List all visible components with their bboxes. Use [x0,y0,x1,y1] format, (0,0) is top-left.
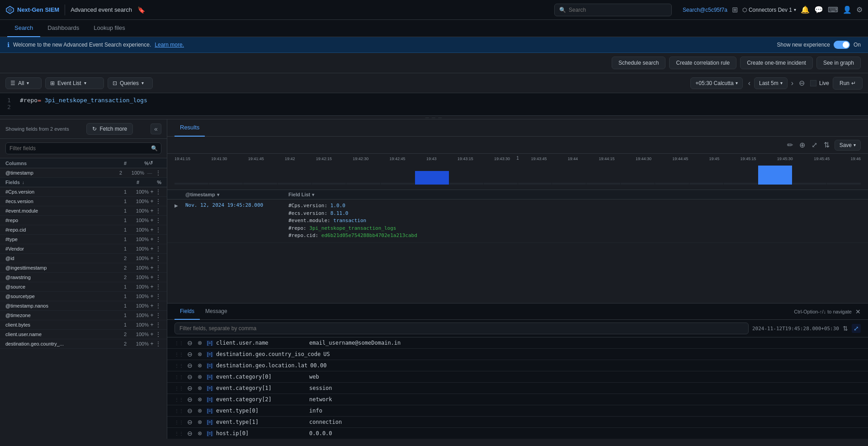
field-add-source[interactable]: + [149,284,155,290]
experience-toggle[interactable] [834,41,850,49]
drag-handle-icon[interactable]: ⋮⋮ [175,408,184,413]
queries-selector[interactable]: ⊡ Queries ▾ [108,77,153,89]
column-row-timestamp[interactable]: @timestamp 2 100% — ⋮ [0,168,167,178]
subnav-tab-dashboards[interactable]: Dashboards [40,20,86,37]
field-menu-id[interactable]: ⋮ [155,255,161,261]
timeline-bar-18[interactable] [793,183,826,185]
field-row-source[interactable]: @source 1 100% + ⋮ [0,282,167,292]
field-add-client-bytes[interactable]: + [149,322,155,328]
detail-expand-button[interactable]: ⤢ [852,324,861,333]
filter-fields-input[interactable] [5,142,161,154]
create-correlation-button[interactable]: Create correlation rule [669,57,736,69]
timeline-bar-8[interactable] [449,183,483,185]
schedule-search-button[interactable]: Schedule search [612,57,665,69]
bookmark-icon[interactable]: 🔖 [137,6,145,14]
field-add-type[interactable]: + [149,236,155,242]
subnav-tab-search[interactable]: Search [7,20,40,37]
filter-field-icon[interactable]: ⊗ [196,408,203,414]
field-row-timestamp-nanos[interactable]: @timestamp.nanos 1 100% + ⋮ [0,301,167,311]
field-row-ingesttimestamp[interactable]: @ingesttimestamp 2 100% + ⋮ [0,263,167,273]
event-row-0[interactable]: ▶ Nov. 12, 2024 19:45:28.000 #Cps.versio… [167,199,868,243]
live-checkbox[interactable] [810,80,816,86]
field-add-vendor[interactable]: + [149,246,155,252]
field-row-timezone[interactable]: @timezone 1 100% + ⋮ [0,311,167,320]
subnav-tab-lookup[interactable]: Lookup files [86,20,132,37]
all-selector[interactable]: ☰ All ▾ [5,77,42,89]
search-input[interactable] [569,7,667,13]
ev-expand-icon[interactable]: ▶ [175,202,182,208]
timeline-bar-3[interactable] [278,183,311,185]
timezone-selector[interactable]: +05:30 Calcutta ▾ [690,77,742,89]
code-editor[interactable]: 1 #repo= 3pi_netskope_transaction_logs 2 [0,93,868,116]
timeline-bar-1[interactable] [209,183,243,185]
field-add-client-user-name[interactable]: + [149,331,155,337]
field-row-dest-geo-country[interactable]: destination.geo.country_... 2 100% + ⋮ [0,339,167,349]
drag-handle-icon[interactable]: ⋮⋮ [175,386,184,391]
field-menu-timezone[interactable]: ⋮ [155,312,161,318]
field-row-vendor[interactable]: #Vendor 1 100% + ⋮ [0,244,167,254]
detail-sort-button[interactable]: ⇅ [843,325,848,332]
collapse-panel-button[interactable]: « [151,123,161,134]
field-row-repo[interactable]: #repo 1 100% + ⋮ [0,216,167,225]
timeline-bar-12[interactable] [586,183,620,185]
remove-field-icon[interactable]: ⊖ [186,407,193,414]
field-menu-event-module[interactable]: ⋮ [155,208,161,214]
timeline-bar-11[interactable] [552,183,586,185]
field-add-timestamp-nanos[interactable]: + [149,303,155,309]
field-menu-client-user-name[interactable]: ⋮ [155,331,161,337]
field-row-event-module[interactable]: #event.module 1 100% + ⋮ [0,206,167,216]
create-incident-button[interactable]: Create one-time incident [740,57,813,69]
timeline-bar-7[interactable] [415,171,449,185]
field-add-dest-geo-country[interactable]: + [149,341,155,347]
field-add-cps-version[interactable]: + [149,189,155,195]
results-tab-results[interactable]: Results [175,119,205,137]
zoom-out-button[interactable]: ⊖ [797,78,807,88]
field-row-rawstring[interactable]: @rawstring 2 100% + ⋮ [0,273,167,282]
learn-more-link[interactable]: Learn more. [155,42,184,48]
columns-reset-icon[interactable]: ↺ [149,160,161,166]
field-row-type[interactable]: #type 1 100% + ⋮ [0,235,167,244]
drag-handle-icon[interactable]: ⋮⋮ [175,352,184,357]
filter-field-icon[interactable]: ⊗ [196,340,203,346]
code-icon[interactable]: ⌨ [828,5,838,14]
field-add-timezone[interactable]: + [149,312,155,318]
field-menu-client-bytes[interactable]: ⋮ [155,322,161,328]
field-menu-dest-geo-country[interactable]: ⋮ [155,341,161,347]
timeline-bar-5[interactable] [346,183,380,185]
profile-icon[interactable]: 👤 [843,5,852,14]
filter-field-icon[interactable]: ⊗ [196,430,203,437]
field-row-client-bytes[interactable]: client.bytes 1 100% + ⋮ [0,320,167,330]
filter-field-icon[interactable]: ⊗ [196,362,203,369]
field-menu-timestamp-nanos[interactable]: ⋮ [155,303,161,309]
remove-field-icon[interactable]: ⊖ [186,373,193,380]
drag-handle-icon[interactable]: ⋮⋮ [175,397,184,402]
notifications-icon[interactable]: 🔔 [801,5,810,14]
field-menu-repo[interactable]: ⋮ [155,217,161,223]
timeline-bars[interactable] [167,162,868,185]
field-row-cps-version[interactable]: #Cps.version 1 100% + ⋮ [0,187,167,197]
field-row-client-user-name[interactable]: client.user.name 2 100% + ⋮ [0,330,167,339]
drag-handle-icon[interactable]: ⋮⋮ [175,431,184,436]
run-button[interactable]: Run ↵ [833,77,863,90]
see-graph-button[interactable]: See in graph [816,57,861,69]
filter-field-icon[interactable]: ⊗ [196,419,203,425]
field-row-id[interactable]: @id 2 100% + ⋮ [0,254,167,263]
time-back-button[interactable]: ‹ [746,78,752,88]
settings-icon[interactable]: ⚙ [856,5,863,14]
field-row-repo-cid[interactable]: #repo.cid 1 100% + ⋮ [0,225,167,235]
drag-handle-icon[interactable]: ⋮⋮ [175,341,184,346]
field-menu-source[interactable]: ⋮ [155,284,161,290]
event-list-selector[interactable]: ⊞ Event List ▾ [45,77,104,89]
timeline-bar-19[interactable] [827,183,861,185]
timeline-bar-2[interactable] [243,183,277,185]
detail-filter-input[interactable] [175,323,749,334]
global-search-bar[interactable]: 🔍 [554,4,672,16]
share-button[interactable]: ⊕ [798,139,807,151]
sort-button[interactable]: ⇅ [822,139,831,151]
ev-header-fields[interactable]: Field List ▾ [288,192,861,197]
drag-handle-icon[interactable]: ⋮⋮ [175,375,184,380]
field-menu-rawstring[interactable]: ⋮ [155,274,161,280]
detail-close-button[interactable]: ✕ [855,308,861,315]
field-menu-repo-cid[interactable]: ⋮ [155,227,161,233]
time-range-selector[interactable]: Last 5m ▾ [754,77,788,89]
